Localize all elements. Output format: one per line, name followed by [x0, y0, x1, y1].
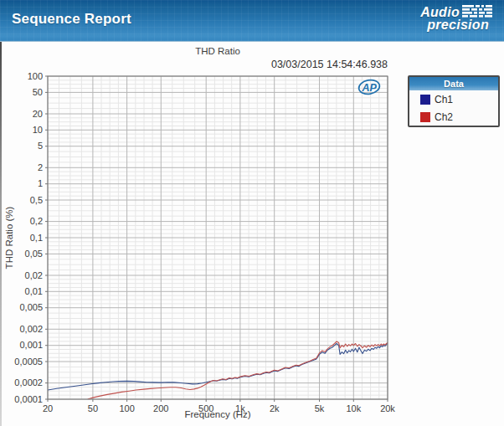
- svg-text:50: 50: [88, 403, 98, 413]
- svg-text:0,1: 0,1: [30, 233, 43, 243]
- page-title: Sequence Report: [12, 11, 131, 28]
- report-header-bar: Sequence Report Audio precision: [0, 0, 504, 42]
- legend-item-ch2[interactable]: Ch2: [409, 108, 498, 126]
- svg-text:10k: 10k: [346, 403, 361, 413]
- svg-text:0,0002: 0,0002: [14, 377, 43, 388]
- chart-timestamp: 03/03/2015 14:54:46.938: [48, 59, 388, 70]
- svg-text:0,02: 0,02: [25, 270, 43, 280]
- legend-box: Data Ch1 Ch2: [408, 75, 500, 127]
- svg-text:AP: AP: [362, 82, 378, 94]
- legend-title: Data: [409, 77, 498, 90]
- x-axis-label: Frequency (Hz): [184, 409, 250, 419]
- svg-text:20k: 20k: [380, 403, 395, 413]
- ap-logo-icon: AP: [357, 78, 381, 100]
- svg-text:1: 1: [38, 178, 43, 188]
- svg-text:0,2: 0,2: [30, 216, 43, 226]
- chart-title: THD Ratio: [48, 46, 388, 56]
- svg-text:2: 2: [38, 162, 43, 172]
- svg-text:50: 50: [33, 87, 43, 97]
- svg-text:0,01: 0,01: [25, 286, 43, 296]
- svg-text:20: 20: [33, 109, 43, 119]
- svg-text:0,005: 0,005: [19, 302, 43, 312]
- svg-text:0,05: 0,05: [25, 249, 43, 259]
- audio-precision-logo: Audio precision: [383, 5, 492, 37]
- svg-text:5k: 5k: [315, 403, 325, 413]
- logo-precision-text: precision: [383, 18, 492, 32]
- svg-text:0,001: 0,001: [19, 340, 43, 350]
- page-left-border: [0, 42, 2, 426]
- svg-text:2k: 2k: [270, 403, 280, 413]
- ch1-color-swatch: [420, 95, 430, 105]
- svg-text:0,002: 0,002: [19, 324, 43, 334]
- svg-text:20: 20: [43, 403, 53, 413]
- legend-item-ch1[interactable]: Ch1: [409, 90, 498, 108]
- ch2-color-swatch: [420, 112, 430, 122]
- svg-text:5: 5: [38, 141, 43, 151]
- svg-text:100: 100: [28, 71, 43, 81]
- svg-text:100: 100: [119, 403, 134, 413]
- svg-text:200: 200: [153, 403, 168, 413]
- legend-item-ch1-label: Ch1: [435, 94, 453, 105]
- svg-text:0,0005: 0,0005: [14, 357, 43, 367]
- y-axis-label: THD Ratio (%): [4, 207, 14, 269]
- svg-text:0,5: 0,5: [30, 195, 43, 205]
- svg-text:0,0001: 0,0001: [14, 394, 43, 404]
- sequence-report-window: Sequence Report Audio precision: [0, 0, 504, 426]
- legend-item-ch2-label: Ch2: [435, 111, 453, 123]
- svg-text:10: 10: [33, 125, 43, 135]
